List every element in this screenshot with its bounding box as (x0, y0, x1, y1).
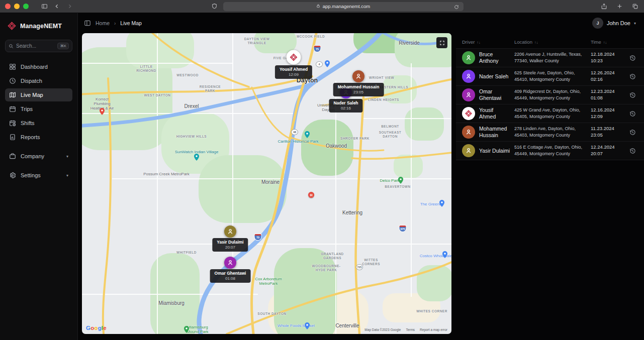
live-map[interactable]: DaytonRiversideDrexelOakwoodMoraineKette… (82, 33, 451, 334)
driver-location: 516 E Cottage Ave, Dayton, Ohio, 45449, … (514, 144, 587, 157)
location-history-button[interactable] (628, 109, 637, 118)
location-history-button[interactable] (628, 90, 637, 99)
sidebar-item-label: Trips (21, 106, 33, 112)
sidebar-item-label: Company (21, 153, 44, 159)
driver-marker-yousif-ahmed[interactable] (287, 50, 301, 65)
forward-icon[interactable] (66, 3, 73, 10)
sidebar-item-shifts[interactable]: Shifts (5, 117, 72, 130)
sidebar-item-label: Reports (21, 134, 40, 140)
brand: ManageNEMT (5, 19, 72, 32)
sidebar-item-reports[interactable]: Reports (5, 131, 72, 144)
breadcrumb: Home › Live Map (84, 20, 142, 27)
dashboard-icon (9, 63, 16, 70)
browser-sidebar-icon[interactable] (41, 3, 48, 10)
location-history-button[interactable] (628, 146, 637, 155)
blue-map-pin-icon (305, 322, 310, 329)
breadcrumb-home[interactable]: Home (96, 20, 110, 26)
table-row[interactable]: Yousif Ahmed425 W Grand Ave, Dayton, Ohi… (456, 104, 644, 123)
calendar-icon (9, 105, 16, 112)
table-row[interactable]: Bruce Anthony2206 Avenue J, Huntsville, … (456, 49, 644, 67)
report-link[interactable]: Report a map error (420, 328, 447, 331)
chevron-down-icon: ▾ (634, 21, 636, 26)
refresh-icon[interactable] (453, 4, 461, 11)
sidebar-item-company[interactable]: Company▾ (5, 150, 72, 163)
driver-name: Mohammed Hussain (479, 126, 510, 138)
sidebar-item-settings[interactable]: Settings▾ (5, 169, 72, 182)
map-label: LINDEN HEIGHTS (367, 98, 400, 102)
lock-icon (316, 4, 320, 9)
map-label: MCCOOK FIELD (295, 35, 327, 39)
driver-avatar (462, 88, 475, 101)
window-zoom-button[interactable] (23, 4, 29, 9)
sidebar-item-label: Dispatch (21, 78, 42, 84)
driver-marker-yasir-dulaimi[interactable] (224, 225, 236, 238)
map-label: Carillon Historical Park (278, 139, 319, 144)
table-row[interactable]: Mohammed Hussain278 Linden Ave, Dayton, … (456, 123, 644, 142)
tab-overview-icon[interactable] (631, 3, 639, 10)
sidebar-item-dispatch[interactable]: Dispatch (5, 74, 72, 87)
clock-icon (9, 77, 16, 84)
map-label: LITTLE RICHMOND (130, 65, 162, 73)
browser-chrome: app.managenemt.com (0, 0, 644, 13)
map-label: Drexel (185, 103, 199, 109)
map-label: SOUTHEAST DAYTON (374, 131, 406, 139)
user-menu[interactable]: J John Doe ▾ (592, 18, 636, 29)
driver-name: Bruce Anthony (479, 51, 510, 64)
fullscreen-button[interactable] (436, 37, 447, 48)
driver-avatar (462, 126, 475, 139)
sidebar-item-dashboard[interactable]: Dashboard (5, 60, 72, 73)
report-icon (9, 134, 16, 141)
driver-name: Nader Saleh (479, 73, 508, 80)
column-time[interactable]: Time↑↓ (591, 39, 624, 45)
calendar-clock-icon (9, 120, 16, 127)
column-location[interactable]: Location↑↓ (514, 39, 587, 45)
table-row[interactable]: Nader Saleh625 Steele Ave, Dayton, Ohio,… (456, 67, 644, 86)
driver-name: Yousif Ahmed (479, 107, 510, 120)
sidebar-item-trips[interactable]: Trips (5, 102, 72, 116)
breadcrumb-current: Live Map (120, 20, 142, 26)
sidebar-item-live-map[interactable]: Live Map (5, 88, 72, 101)
privacy-shield-icon[interactable] (211, 3, 218, 10)
driver-location: 625 Steele Ave, Dayton, Ohio, 45410, Mon… (514, 70, 587, 82)
location-history-button[interactable] (628, 72, 637, 81)
driver-location: 425 W Grand Ave, Dayton, Ohio, 45405, Mo… (514, 107, 587, 120)
table-header: Driver↑↓ Location↑↓ Time↑↓ (456, 35, 644, 48)
map-label: SHROYER PARK (339, 137, 371, 141)
url-bar[interactable]: app.managenemt.com (223, 2, 464, 11)
map-label: RESIDENCE PARK (194, 85, 226, 93)
blue-map-pin-icon (325, 60, 330, 67)
location-history-button[interactable] (628, 53, 637, 62)
driver-time: 12.24.202420:07 (591, 144, 624, 157)
map-label: Oakwood (326, 143, 347, 149)
window-minimize-button[interactable] (14, 4, 20, 9)
map-attribution: Map Data ©2023 Google Terms Report a map… (364, 328, 447, 331)
driver-marker-label: Nader Saleh02:16 (329, 99, 362, 112)
sidebar: ManageNEMT ⌘K DashboardDispatchLive MapT… (0, 13, 78, 340)
driver-name: Omar Ghentawi (479, 88, 510, 101)
map-label: WEST DAYTON (141, 93, 173, 97)
chevron-down-icon: ▾ (66, 173, 68, 178)
map-label: WRIGHT VIEW (365, 76, 398, 80)
table-row[interactable]: Yasir Dulaimi516 E Cottage Ave, Dayton, … (456, 142, 644, 160)
main-area: Home › Live Map J John Doe ▾ (78, 13, 644, 340)
share-icon[interactable] (600, 3, 608, 10)
map-label: BELMONT (374, 125, 406, 129)
search-input[interactable] (16, 43, 55, 49)
drivers-panel: Driver↑↓ Location↑↓ Time↑↓ Bruce Anthony… (456, 33, 644, 340)
driver-marker-label: Yasir Dulaimi20:07 (212, 238, 248, 252)
driver-marker-omar-ghentawi[interactable] (224, 257, 236, 269)
window-close-button[interactable] (5, 4, 11, 9)
route-shield-4: 4 (316, 62, 322, 67)
table-row[interactable]: Omar Ghentawi409 Ridgecrest Dr, Dayton, … (456, 86, 644, 104)
red-map-pin-icon (100, 108, 105, 115)
new-tab-icon[interactable] (616, 3, 623, 10)
terms-link[interactable]: Terms (406, 328, 415, 331)
panel-toggle-icon[interactable] (84, 20, 91, 27)
blue-map-pin-icon (442, 251, 447, 258)
location-history-button[interactable] (628, 128, 637, 137)
driver-marker-mohammed-hussain[interactable] (352, 70, 364, 82)
search-box[interactable]: ⌘K (5, 40, 72, 52)
back-icon[interactable] (53, 3, 61, 10)
column-driver[interactable]: Driver↑↓ (462, 39, 510, 45)
sidebar-item-label: Dashboard (21, 64, 48, 70)
